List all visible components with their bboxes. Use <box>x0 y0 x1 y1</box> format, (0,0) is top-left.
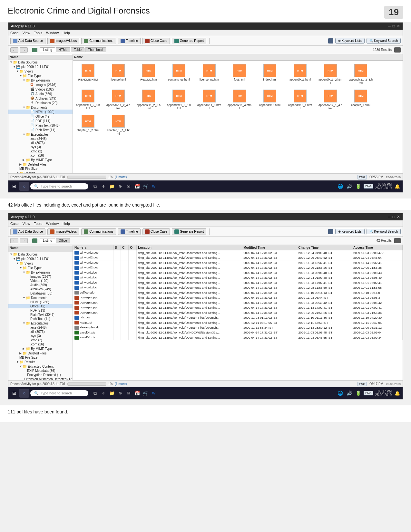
edge-icon2[interactable]: e <box>100 390 107 397</box>
table-row[interactable]: winword2.doc /img_pkt-2009-12-11.E01/vol… <box>73 250 403 255</box>
forward-btn2[interactable]: → <box>20 238 28 243</box>
table-row[interactable]: winword.doc /img_pkt-2009-12-11.E01/vol_… <box>73 275 403 280</box>
table-row[interactable]: klexample.odt /img_pkt-2009-12-11.E01/vo… <box>73 325 403 330</box>
tree2-mb-size[interactable]: MB File Size <box>8 355 73 360</box>
tree2-by-extension[interactable]: ▼ 📁 By Extension <box>8 270 73 275</box>
tab-html[interactable]: HTML <box>56 47 70 52</box>
file-appendix11[interactable]: HTM appendix11.html <box>287 63 313 87</box>
timeline-btn2[interactable]: Timeline <box>118 228 141 235</box>
notification-icon[interactable]: 🔔 <box>394 183 401 190</box>
file-app11-4[interactable]: HTM appendix11_4.html <box>226 88 253 112</box>
table-row[interactable]: excel04.xls /img_pkt-2009-12-11.E01/vol_… <box>73 335 403 340</box>
file-app12[interactable]: HTM appendix12.html <box>257 88 283 112</box>
tree2-documents[interactable]: ▼ 📁 Documents <box>8 295 73 300</box>
tree2-views[interactable]: ▼ 📁 Views <box>8 261 73 266</box>
tree2-plaintext[interactable]: Plain Text (3046) <box>8 313 73 317</box>
close-case-btn[interactable]: Close Case <box>142 38 170 44</box>
generate-report-btn[interactable]: Generate Report <box>172 38 207 44</box>
tree-deleted[interactable]: ▶📁Deleted Files <box>8 162 73 167</box>
tree-dll[interactable]: .dll (3076) <box>8 141 73 145</box>
close-btn[interactable]: ✕ <box>397 24 400 28</box>
back-btn2[interactable]: ← <box>10 238 18 243</box>
task-view-icon2[interactable]: ⧉ <box>92 390 99 397</box>
file-app12-1[interactable]: HTM appendix12_1.html <box>287 88 313 112</box>
edge-icon[interactable]: e <box>100 183 107 190</box>
store-icon[interactable]: 🛒 <box>142 183 149 190</box>
file-contacts[interactable]: HTM contacts_us.html <box>166 63 192 87</box>
menu-help[interactable]: Help <box>63 31 70 35</box>
keyword-search-btn2[interactable]: 🔍 Keyword Search <box>367 229 401 234</box>
menu-view[interactable]: View <box>23 31 30 35</box>
folder-task-icon[interactable]: 📁 <box>108 183 115 190</box>
tree2-images[interactable]: Images (2667) <box>8 275 73 279</box>
menu-case[interactable]: Case <box>10 31 19 35</box>
window2-controls[interactable]: ─ □ ✕ <box>388 215 400 219</box>
notification-icon2[interactable]: 🔔 <box>394 390 401 397</box>
tree2-pdf[interactable]: PDF (213) <box>8 308 73 313</box>
menu-tools[interactable]: Tools <box>34 31 42 35</box>
menu-window[interactable]: Window <box>46 31 59 35</box>
tree2-dll[interactable]: .dll (3076) <box>8 330 73 334</box>
more-link[interactable]: (1 more) <box>115 175 127 179</box>
keyword-lists-btn2[interactable]: ⊕ Keyword Lists <box>335 229 365 234</box>
table-row[interactable]: powerpnt.ppt /img_pkt-2009-12-11.E01/vol… <box>73 295 403 300</box>
tree2-by-mime[interactable]: ▶📁By MIME Type <box>8 346 73 351</box>
tab-listing[interactable]: Listing <box>40 47 55 52</box>
keyword-search-btn[interactable]: 🔍 Keyword Search <box>367 38 401 44</box>
col-o[interactable]: O <box>129 245 137 250</box>
tree2-sys[interactable]: .sys (3) <box>8 334 73 338</box>
tree-data-sources[interactable]: ▼ 📁 Data Sources <box>8 60 73 64</box>
tree-plaintext[interactable]: 📄 Plain Text (3046) <box>8 123 73 128</box>
file-app11-3[interactable]: HTM appendix11_3.html <box>196 88 222 112</box>
file-app11-2[interactable]: HTM appendix11_2.html <box>317 63 344 87</box>
menu-view2[interactable]: View <box>23 222 30 226</box>
images-videos-btn[interactable]: Images/Videos <box>47 38 79 44</box>
tree-com[interactable]: .com (16) <box>8 153 73 158</box>
add-data-source-btn[interactable]: Add Data Source <box>10 38 45 44</box>
tree-by-mime[interactable]: ▶📁By MIME Type <box>8 158 73 162</box>
tree-pdf[interactable]: 📄 PDF (111) <box>8 119 73 123</box>
file-foot[interactable]: HTM foot.html <box>226 63 253 87</box>
tree-richtext[interactable]: 📄 Rich Text (11) <box>8 128 73 132</box>
start-button[interactable]: ⊞ <box>10 183 18 189</box>
word-icon[interactable]: W <box>150 183 157 190</box>
add-data-source-btn2[interactable]: Add Data Source <box>10 228 45 235</box>
col-accessed[interactable]: Access Time <box>352 245 402 250</box>
tree2-richtext[interactable]: Rich Text (11) <box>8 317 73 321</box>
tree2-com[interactable]: .com (16) <box>8 342 73 346</box>
tree2-pkt[interactable]: ▼ 💾 pkt-2009-12-11.E01 <box>8 256 73 261</box>
tree-file-types[interactable]: ▼ 📁 File Types <box>8 73 73 78</box>
col-s[interactable]: S <box>113 245 121 250</box>
tree-databases[interactable]: 🗄 Databases (20) <box>8 101 73 105</box>
tree2-cmd[interactable]: .cmd (2) <box>8 338 73 342</box>
table-row[interactable]: winword.doc /img_pkt-2009-12-11.E01/vol_… <box>73 280 403 285</box>
tree-by-extension[interactable]: ▼ 📁 By Extension <box>8 78 73 82</box>
tree2-file-types[interactable]: ▼ 📁 File Types <box>8 266 73 270</box>
tree-images[interactable]: 🖼 Images (2676) <box>8 82 73 87</box>
tab-thumbnail[interactable]: Thumbnail <box>85 47 106 52</box>
col-modified[interactable]: Modified Time <box>242 245 297 250</box>
minimize-btn[interactable]: ─ <box>388 215 391 219</box>
tree-html-selected[interactable]: 📄 HTML (1020) <box>8 110 73 114</box>
tree2-executables[interactable]: ▼ 📁 Executables <box>8 321 73 325</box>
forward-btn[interactable]: → <box>20 47 28 53</box>
tree2-extracted[interactable]: ▼📁Extracted Content <box>8 364 73 369</box>
tree2-office-selected[interactable]: Office (42) <box>8 304 73 308</box>
menu-case2[interactable]: Case <box>10 222 19 226</box>
table-row[interactable]: pdc.doc /img_pkt-2009-12-11.E01/vol_vol2… <box>73 315 403 320</box>
close-case-btn2[interactable]: Close Case <box>142 228 170 235</box>
col-location[interactable]: Location <box>137 245 242 250</box>
tree-results[interactable]: ▼📁Results <box>8 171 73 173</box>
folder-task-icon2[interactable]: 📁 <box>108 390 115 397</box>
mail-icon2[interactable]: ✉ <box>125 390 132 397</box>
tree2-encryption[interactable]: Encryption Detected (1) <box>8 373 73 377</box>
table-row[interactable]: winword.doc /img_pkt-2009-12-11.E01/vol_… <box>73 270 403 275</box>
maximize-btn[interactable]: □ <box>393 215 395 219</box>
file-app11-2-3b[interactable]: HTM appendix11_2_3.html <box>75 88 101 112</box>
tree-executables[interactable]: ▼ 📁 Executables <box>8 132 73 137</box>
file-app11-2-3[interactable]: HTM appendix11_2_3.html <box>347 63 374 87</box>
table-row[interactable]: powerpnt.ppt /img_pkt-2009-12-11.E01/vol… <box>73 305 403 310</box>
word-icon2[interactable]: W <box>150 390 157 397</box>
tree2-exe[interactable]: .exe (2448) <box>8 325 73 330</box>
tree-pkt-image[interactable]: ▼ 💾 pkt-2009-12-11.E01 <box>8 64 73 69</box>
